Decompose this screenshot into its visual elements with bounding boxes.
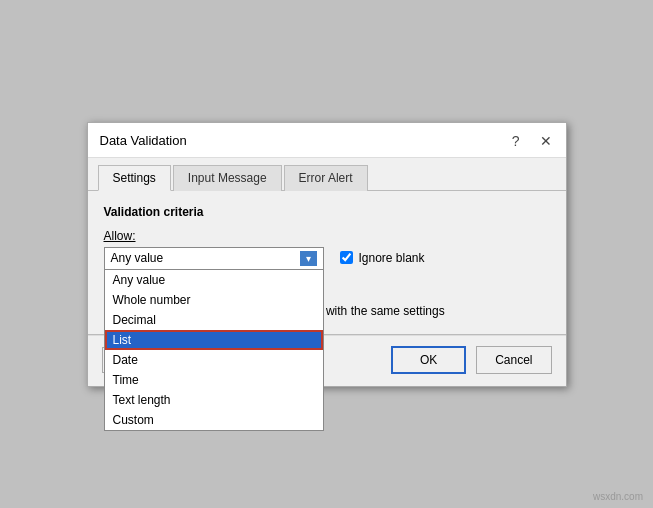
dropdown-item-text-length[interactable]: Text length	[105, 390, 323, 410]
tab-settings[interactable]: Settings	[98, 165, 171, 191]
dropdown-list: Any value Whole number Decimal List Date	[104, 270, 324, 431]
footer-right-buttons: OK Cancel	[391, 346, 551, 374]
dialog-title: Data Validation	[100, 133, 187, 148]
help-button[interactable]: ?	[508, 131, 524, 151]
tab-error-alert[interactable]: Error Alert	[284, 165, 368, 191]
allow-dropdown-container: Any value ▾ Any value Whole number Decim…	[104, 247, 324, 270]
dropdown-item-date[interactable]: Date	[105, 350, 323, 370]
cancel-button[interactable]: Cancel	[476, 346, 551, 374]
settings-content: Validation criteria Allow: Any value ▾ A…	[88, 190, 566, 334]
data-validation-dialog: Data Validation ? ✕ Settings Input Messa…	[87, 122, 567, 387]
dropdown-item-whole-number[interactable]: Whole number	[105, 290, 323, 310]
dropdown-item-time[interactable]: Time	[105, 370, 323, 390]
ok-button[interactable]: OK	[391, 346, 466, 374]
ignore-blank-area: Ignore blank	[340, 251, 425, 265]
watermark: wsxdn.com	[593, 491, 643, 502]
tab-bar: Settings Input Message Error Alert	[88, 158, 566, 190]
section-title: Validation criteria	[104, 205, 550, 219]
dropdown-selected-value: Any value	[111, 251, 296, 265]
title-bar-controls: ? ✕	[508, 131, 556, 151]
allow-row: Any value ▾ Any value Whole number Decim…	[104, 247, 550, 270]
allow-label: Allow:	[104, 229, 550, 243]
dropdown-item-any-value[interactable]: Any value	[105, 270, 323, 290]
dropdown-arrow-icon[interactable]: ▾	[300, 251, 317, 266]
tab-input-message[interactable]: Input Message	[173, 165, 282, 191]
allow-dropdown[interactable]: Any value ▾	[104, 247, 324, 270]
title-bar: Data Validation ? ✕	[88, 123, 566, 158]
dropdown-item-custom[interactable]: Custom	[105, 410, 323, 430]
ignore-blank-checkbox[interactable]	[340, 251, 353, 264]
ignore-blank-label: Ignore blank	[359, 251, 425, 265]
dropdown-item-list[interactable]: List	[105, 330, 323, 350]
close-button[interactable]: ✕	[536, 131, 556, 151]
dropdown-item-decimal[interactable]: Decimal	[105, 310, 323, 330]
